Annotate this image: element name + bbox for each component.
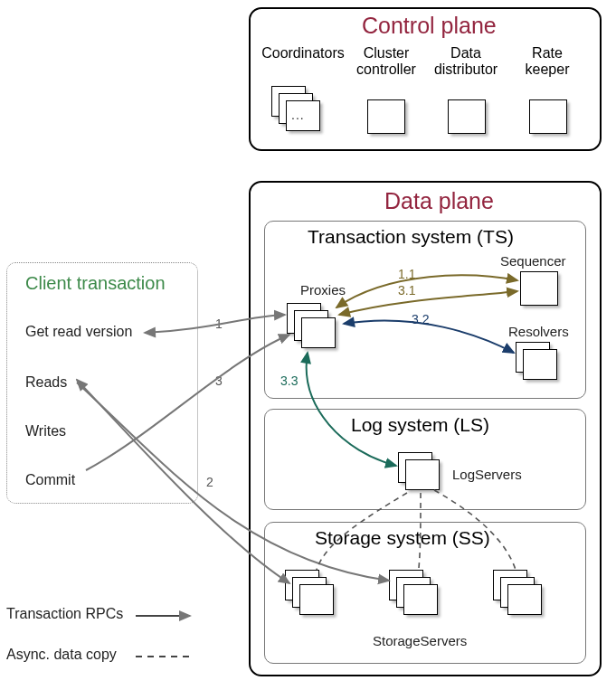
proxies-label: Proxies: [300, 282, 346, 298]
rate-keeper-box: [529, 99, 567, 134]
data-distributor-label: Data distributor: [430, 45, 502, 79]
rate-keeper-label: Rate keeper: [520, 45, 574, 79]
client-item-writes: Writes: [25, 423, 66, 440]
sequencer-label: Sequencer: [500, 253, 566, 269]
client-item-commit: Commit: [25, 472, 75, 488]
client-item-get-read-version: Get read version: [25, 324, 132, 340]
legend-async-label: Async. data copy: [6, 647, 117, 663]
cluster-controller-box: [367, 99, 405, 134]
edge-label-1: 1: [215, 317, 223, 331]
data-distributor-box: [448, 99, 486, 134]
storageservers-label: StorageServers: [373, 633, 467, 648]
logservers-label: LogServers: [452, 467, 522, 482]
edge-label-3: 3: [215, 373, 223, 388]
edge-label-2: 2: [206, 475, 213, 489]
control-plane-title: Control plane: [362, 13, 497, 39]
edge-label-1-1: 1.1: [398, 267, 415, 281]
legend-rpc-label: Transaction RPCs: [6, 606, 123, 622]
coordinators-label: Coordinators: [261, 45, 345, 61]
sequencer-box: [520, 271, 558, 306]
client-transaction-title: Client transaction: [25, 273, 166, 294]
resolvers-label: Resolvers: [508, 324, 569, 339]
edge-label-3-2: 3.2: [412, 312, 429, 326]
ss-title: Storage system (SS): [315, 527, 490, 549]
edge-label-3-3: 3.3: [280, 373, 298, 388]
edge-label-3-1: 3.1: [398, 283, 415, 298]
client-item-reads: Reads: [25, 374, 67, 391]
cluster-controller-label: Cluster controller: [350, 45, 422, 79]
ts-title: Transaction system (TS): [308, 226, 514, 248]
data-plane-title: Data plane: [384, 188, 494, 214]
ls-title: Log system (LS): [351, 414, 489, 436]
